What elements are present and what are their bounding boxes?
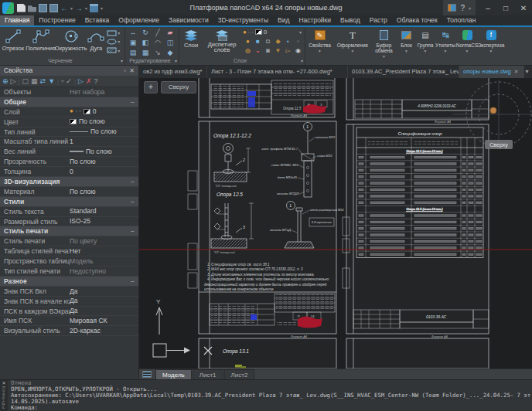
help-dropdown-icon[interactable]: ▾ xyxy=(469,5,471,11)
command-line-panel[interactable]: ✕ Команды ОтменаOPEN,ИМПОРТА,ОТКРЫТЬ,УРЛ… xyxy=(0,379,532,411)
group-normacs-button[interactable]: NormaCS▾ xyxy=(456,27,478,65)
viewport-add-button[interactable]: + xyxy=(144,81,158,93)
layer-combo-dropdown-icon[interactable]: ▾ xyxy=(299,29,302,35)
property-value[interactable]: Нет xyxy=(70,246,138,256)
ribbon-tab-Главная[interactable]: Главная xyxy=(0,15,34,25)
select-window-icon[interactable]: ▢ xyxy=(22,76,29,87)
rotate-button[interactable]: ↻ xyxy=(139,28,152,38)
apply-icon[interactable]: ✓ xyxy=(66,76,72,87)
workspace-icon[interactable] xyxy=(448,4,456,12)
group-properties-button[interactable]: ✎ Свойства▾ xyxy=(305,27,334,65)
minimize-button[interactable]: – xyxy=(483,4,493,12)
property-value[interactable]: 0 xyxy=(70,167,138,176)
property-value[interactable]: Да xyxy=(70,307,138,316)
ribbon-tab-3D-инструменты[interactable]: 3D-инструменты xyxy=(213,15,273,25)
group-expertise-button[interactable]: f Экспертиза▾ xyxy=(478,27,504,65)
layer-bucket-button[interactable]: ▼ xyxy=(273,46,283,56)
trim-button[interactable]: ╱ xyxy=(152,28,164,38)
layer-on-off-button[interactable]: ● xyxy=(243,37,253,46)
property-value[interactable]: Да xyxy=(70,287,138,296)
property-value[interactable]: Да xyxy=(70,297,138,306)
collapse-section-icon[interactable]: − xyxy=(131,177,138,186)
layers-group-dropdown-icon[interactable]: ▾ xyxy=(301,57,303,65)
close-document-icon[interactable]: ✕ xyxy=(514,69,519,74)
viewport-view-button[interactable]: Сверху xyxy=(161,81,196,93)
property-row[interactable]: Масштаб типа линий1 xyxy=(0,137,138,147)
property-row[interactable]: ОбъектыНет набора xyxy=(0,87,138,97)
close-button[interactable]: ✕ xyxy=(518,4,529,12)
property-section[interactable]: Общие− xyxy=(0,97,138,107)
property-row[interactable]: Тип линийПо слою xyxy=(0,127,138,138)
ribbon-tab-Настройки[interactable]: Настройки xyxy=(294,15,336,25)
property-row[interactable]: Тип стилей печатиНедоступно xyxy=(0,267,138,277)
help-button[interactable]: ? xyxy=(460,4,465,12)
property-row[interactable]: Размерный стильISO-25 xyxy=(0,217,138,227)
print-icon[interactable] xyxy=(90,4,98,12)
new-file-icon[interactable] xyxy=(17,4,26,12)
property-row[interactable]: Знак ПСК ВклДа xyxy=(0,287,138,297)
pick-icon[interactable]: ▷ xyxy=(78,76,84,87)
property-value[interactable]: По слою xyxy=(70,187,138,196)
help-circle-icon[interactable]: ? xyxy=(94,76,97,87)
document-tab[interactable]: 0103.39.АС_President Plaza 7 этаж_ Lev.d… xyxy=(348,66,459,78)
layer-off-button[interactable]: ◒ xyxy=(253,46,263,56)
save-icon[interactable] xyxy=(39,4,47,12)
collapse-section-icon[interactable]: − xyxy=(131,97,138,107)
ribbon-tab-Зависимости[interactable]: Зависимости xyxy=(164,15,213,25)
document-tab[interactable]: Лист - 3 - План 7 этажа на отм- +27-600.… xyxy=(207,66,348,78)
property-row[interactable]: Стиль печатиПо цвету xyxy=(0,236,138,246)
property-row[interactable]: ПрозрачностьПо слою xyxy=(0,157,138,167)
property-section[interactable]: Стиль печати− xyxy=(0,226,138,236)
layout-tab-Модель[interactable]: Модель xyxy=(155,369,192,380)
ribbon-tab-Облака точек[interactable]: Облака точек xyxy=(392,15,442,25)
close-panel-icon[interactable]: ✕ xyxy=(129,66,135,76)
polyline-button[interactable]: Полилиния xyxy=(26,27,56,56)
group-annotation-button[interactable]: T Оформление▾ xyxy=(334,27,371,65)
document-tab[interactable]: опоры новые.dwg✕ xyxy=(459,66,524,78)
redo-dropdown-icon[interactable]: ▾ xyxy=(85,5,87,11)
clear-selection-icon[interactable]: ✗ xyxy=(86,76,92,87)
group-block-button[interactable]: Блок▾ xyxy=(397,27,416,65)
property-value[interactable]: Недоступно xyxy=(70,267,138,276)
hatch-tool-button[interactable]: ▾ xyxy=(107,47,124,53)
layer-lock-button[interactable]: ◘ xyxy=(263,37,273,46)
property-value[interactable]: По слою xyxy=(70,117,138,127)
select-add-icon[interactable]: ⊕ xyxy=(2,76,9,87)
save-all-icon[interactable] xyxy=(49,4,58,12)
layer-eye-button[interactable]: ◉ xyxy=(293,46,303,56)
ribbon-tab-Растр[interactable]: Растр xyxy=(365,15,392,25)
property-row[interactable]: Визуальный стиль2D-каркас xyxy=(0,326,138,336)
pin-icon[interactable]: ▫ xyxy=(124,66,126,76)
select-grid-icon[interactable]: ▦ xyxy=(31,76,38,87)
undo-icon[interactable]: ← xyxy=(60,4,68,12)
layer-walk-button[interactable]: ◍ xyxy=(243,46,253,56)
arc-button[interactable]: Дуга xyxy=(87,27,107,56)
collapse-section-icon[interactable]: − xyxy=(131,226,138,236)
property-row[interactable]: Слой●▪ ▪0 xyxy=(0,107,138,117)
property-row[interactable]: ЦветПо слою xyxy=(0,117,138,127)
doc-tabs-overflow-icon[interactable]: ▼ xyxy=(524,66,530,78)
layer-sun-button[interactable]: ◆ xyxy=(273,37,283,46)
layout-tab-Лист2[interactable]: Лист2 xyxy=(224,369,255,380)
property-value[interactable]: ISO-25 xyxy=(70,217,138,226)
property-row[interactable]: Имя ПСКМировая СК xyxy=(0,316,138,326)
group-group-button[interactable]: ▤ Группа▾ xyxy=(416,27,435,65)
layout-list-icon[interactable] xyxy=(142,371,152,378)
property-value[interactable]: По слою xyxy=(70,147,138,156)
layers-button[interactable]: Слои xyxy=(179,27,203,56)
select-similar-icon[interactable]: ▫ xyxy=(61,76,63,87)
erase-button[interactable]: ▰ xyxy=(164,28,176,38)
circle-button[interactable]: Окружность xyxy=(56,27,87,56)
group-utilities-button[interactable]: ↹ Утилиты▾ xyxy=(435,27,456,65)
layer-thaw-button[interactable]: ■ xyxy=(253,37,263,46)
property-value[interactable]: По цвету xyxy=(70,236,138,246)
property-row[interactable]: Знак ПСК в начале коор...Да xyxy=(0,297,138,307)
offset-button[interactable]: ◫ xyxy=(164,38,176,48)
ellipse-tool-button[interactable]: ▾ xyxy=(107,39,124,45)
filter-icon[interactable]: ▼ xyxy=(48,76,55,87)
property-value[interactable]: Модель xyxy=(70,256,138,266)
ribbon-tab-Топоплан[interactable]: Топоплан xyxy=(442,15,481,25)
property-value[interactable]: Нет набора xyxy=(70,87,138,97)
ribbon-tab-Оформление[interactable]: Оформление xyxy=(114,15,164,25)
collapse-section-icon[interactable]: − xyxy=(131,197,138,206)
